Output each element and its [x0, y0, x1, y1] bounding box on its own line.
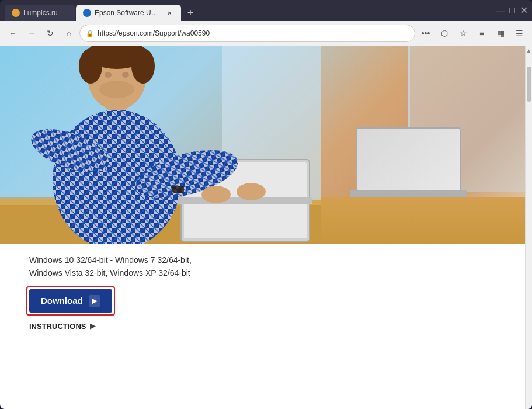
svg-rect-23	[172, 186, 184, 193]
person-illustration	[0, 46, 321, 244]
scrollbar-up-arrow[interactable]: ▲	[526, 46, 533, 55]
page-inner: Windows 10 32/64-bit - Windows 7 32/64-b…	[0, 46, 525, 409]
tab-favicon-lumpics	[12, 9, 20, 17]
title-bar: Lumpics.ru Epson Software Updater | Epso…	[0, 0, 532, 21]
minimize-button[interactable]: —	[497, 7, 504, 14]
svg-point-19	[131, 48, 155, 84]
content-area: Windows 10 32/64-bit - Windows 7 32/64-b…	[0, 244, 525, 342]
download-arrow-icon: ▶	[89, 295, 100, 307]
page-content: Windows 10 32/64-bit - Windows 7 32/64-b…	[0, 46, 532, 409]
svg-point-21	[122, 72, 129, 78]
sidebar-button[interactable]: ▦	[492, 25, 509, 41]
download-button-wrapper: Download ▶	[29, 289, 112, 313]
address-bar[interactable]: 🔒 https://epson.com/Support/wa00590	[79, 25, 415, 42]
forward-button[interactable]: →	[23, 25, 40, 41]
compat-line1: Windows 10 32/64-bit - Windows 7 32/64-b…	[29, 254, 496, 266]
laptop	[350, 127, 467, 203]
svg-point-22	[99, 81, 134, 98]
reader-button[interactable]: ≡	[474, 25, 490, 41]
laptop-base	[350, 190, 467, 197]
svg-point-25	[237, 183, 266, 200]
instructions-label: INSTRUCTIONS	[29, 322, 86, 331]
menu-button[interactable]: ☰	[511, 25, 527, 41]
compat-line2: Windows Vista 32-bit, Windows XP 32/64-b…	[29, 266, 496, 279]
security-icon: 🔒	[86, 30, 94, 37]
hero-image	[0, 46, 525, 244]
nav-bar: ← → ↻ ⌂ 🔒 https://epson.com/Support/wa00…	[0, 21, 532, 46]
tab-lumpics[interactable]: Lumpics.ru	[5, 5, 75, 21]
svg-point-18	[79, 48, 102, 84]
laptop-screen	[356, 127, 461, 192]
download-button[interactable]: Download ▶	[29, 289, 112, 313]
window-controls: — □ ✕	[497, 7, 527, 14]
url-text: https://epson.com/Support/wa00590	[98, 29, 409, 37]
instructions-arrow-icon: ▶	[90, 322, 95, 330]
maximize-button[interactable]: □	[509, 7, 516, 14]
svg-point-24	[201, 186, 231, 203]
tab-epson[interactable]: Epson Software Updater | Epso... ✕	[76, 5, 181, 21]
pocket-button[interactable]: ⬡	[436, 25, 453, 41]
more-button[interactable]: •••	[418, 25, 434, 41]
tab-bar: Lumpics.ru Epson Software Updater | Epso…	[5, 0, 497, 21]
scrollbar[interactable]: ▲	[525, 46, 532, 409]
back-button[interactable]: ←	[5, 25, 21, 41]
instructions-link[interactable]: INSTRUCTIONS ▶	[29, 322, 496, 331]
tab-title-epson: Epson Software Updater | Epso...	[95, 9, 161, 17]
nav-right-icons: ••• ⬡ ☆ ≡ ▦ ☰	[418, 25, 527, 41]
bookmark-button[interactable]: ☆	[455, 25, 471, 41]
tab-title-lumpics: Lumpics.ru	[23, 9, 68, 17]
home-button[interactable]: ⌂	[61, 25, 77, 41]
new-tab-button[interactable]: +	[182, 5, 199, 21]
download-label: Download	[41, 296, 83, 306]
refresh-button[interactable]: ↻	[42, 25, 58, 41]
close-button[interactable]: ✕	[520, 7, 527, 14]
compatibility-text: Windows 10 32/64-bit - Windows 7 32/64-b…	[29, 254, 496, 280]
svg-point-20	[105, 72, 112, 78]
tab-close-epson[interactable]: ✕	[165, 8, 174, 18]
scrollbar-thumb[interactable]	[527, 67, 531, 102]
browser-window: Lumpics.ru Epson Software Updater | Epso…	[0, 0, 532, 409]
tab-favicon-epson	[83, 9, 91, 17]
